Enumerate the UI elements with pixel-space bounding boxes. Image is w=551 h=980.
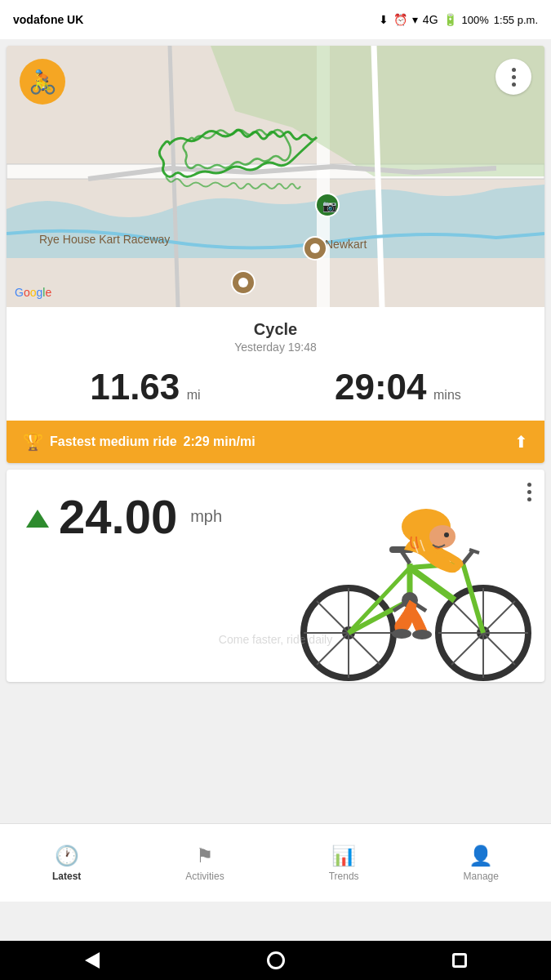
carrier-text: vodafone UK (13, 13, 83, 26)
activity-info: Cycle Yesterday 19:48 (7, 307, 544, 354)
duration-value: 29:04 (335, 367, 427, 407)
card2-more-button[interactable] (527, 483, 531, 501)
alarm-icon: ⏰ (393, 13, 407, 26)
cyclist-svg (283, 502, 544, 682)
time-text: 1:55 p.m. (494, 14, 538, 26)
svg-point-9 (310, 243, 320, 253)
bluetooth-icon: ⬇ (379, 13, 389, 26)
nav-trends[interactable]: 📊 Trends (313, 838, 375, 889)
share-icon[interactable]: ⬆ (514, 432, 528, 452)
svg-text:📷: 📷 (322, 199, 337, 213)
speed-value: 24.00 (59, 489, 177, 544)
battery-text: 100% (462, 14, 489, 26)
home-circle-icon (267, 951, 285, 969)
recents-button[interactable] (443, 944, 476, 977)
battery-icon: 🔋 (443, 13, 457, 26)
svg-point-38 (412, 630, 432, 639)
distance-stat: 11.63 mi (90, 367, 200, 408)
svg-point-37 (392, 629, 411, 639)
up-arrow-icon (26, 510, 49, 528)
nav-manage-label: Manage (464, 871, 499, 882)
status-bar: vodafone UK ⬇ ⏰ ▾ 4G 🔋 100% 1:55 p.m. (0, 0, 551, 39)
achievement-label: Fastest medium ride (50, 434, 177, 449)
duration-stat: 29:04 mins (335, 367, 461, 408)
map-svg: Rye House Kart Raceway Newkart 📷 (7, 46, 544, 307)
back-button[interactable] (76, 944, 109, 977)
cyclist-illustration (283, 502, 544, 682)
speed-unit: mph (190, 507, 222, 526)
trophy-icon: 🏆 (23, 432, 43, 452)
activity-title: Cycle (23, 320, 528, 339)
distance-value: 11.63 (90, 367, 180, 407)
nav-manage[interactable]: 👤 Manage (447, 838, 515, 889)
flag-icon: ⚑ (196, 844, 214, 867)
achievement-banner[interactable]: 🏆 Fastest medium ride 2:29 min/mi ⬆ (7, 421, 544, 463)
svg-point-7 (238, 278, 248, 287)
nav-trends-label: Trends (329, 871, 359, 882)
stats-row: 11.63 mi 29:04 mins (7, 354, 544, 421)
back-arrow-icon (85, 952, 100, 969)
status-icons: ⬇ ⏰ ▾ 4G 🔋 100% 1:55 p.m. (379, 13, 538, 26)
distance-unit: mi (187, 388, 201, 402)
svg-line-33 (463, 551, 473, 564)
svg-point-41 (444, 532, 449, 537)
activity-time: Yesterday 19:48 (23, 341, 528, 354)
system-bar (0, 941, 551, 980)
svg-line-26 (410, 568, 455, 600)
cycling-badge: 🚴 (20, 59, 65, 105)
main-content: Rye House Kart Raceway Newkart 📷 (0, 39, 551, 941)
achievement-pace: 2:29 min/mi (184, 434, 256, 449)
home-button[interactable] (260, 944, 292, 977)
wifi-icon: ▾ (412, 13, 418, 26)
activity-card: Rye House Kart Raceway Newkart 📷 (7, 46, 544, 463)
nav-latest[interactable]: 🕐 Latest (36, 838, 97, 889)
speed-card: 24.00 mph (7, 470, 544, 682)
recents-square-icon (452, 953, 467, 968)
signal-icon: 4G (423, 13, 438, 26)
google-logo: Google (15, 286, 51, 299)
dots-icon (512, 68, 516, 87)
svg-text:Newkart: Newkart (325, 238, 367, 251)
map-container[interactable]: Rye House Kart Raceway Newkart 📷 (7, 46, 544, 307)
nav-activities[interactable]: ⚑ Activities (169, 838, 240, 889)
bottom-navigation: 🕐 Latest ⚑ Activities 📊 Trends 👤 Manage (0, 823, 551, 902)
clock-icon: 🕐 (55, 844, 79, 867)
chart-icon: 📊 (331, 844, 356, 867)
nav-activities-label: Activities (185, 871, 224, 882)
cycling-icon: 🚴 (29, 69, 57, 96)
achievement-text: 🏆 Fastest medium ride 2:29 min/mi (23, 432, 256, 452)
person-icon: 👤 (469, 844, 493, 867)
more-options-button[interactable] (495, 59, 531, 95)
svg-line-35 (402, 551, 410, 564)
svg-text:Rye House Kart Raceway: Rye House Kart Raceway (39, 233, 170, 246)
nav-latest-label: Latest (52, 871, 81, 882)
duration-unit: mins (433, 388, 461, 402)
